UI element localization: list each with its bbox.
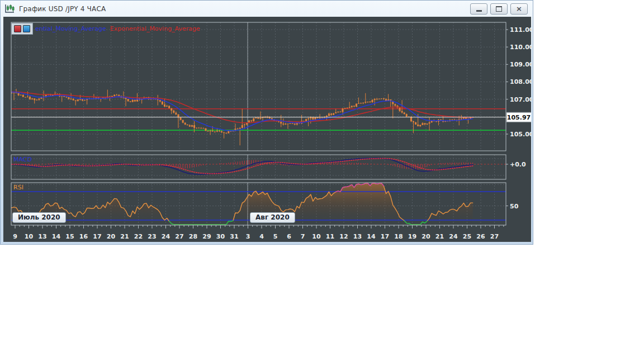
svg-text:22: 22 bbox=[134, 233, 143, 240]
svg-text:21: 21 bbox=[120, 233, 129, 240]
close-button[interactable]: × bbox=[510, 3, 528, 15]
svg-text:17: 17 bbox=[381, 233, 389, 240]
svg-text:110.00: 110.00 bbox=[510, 44, 531, 51]
svg-text:24: 24 bbox=[449, 233, 458, 240]
svg-text:107.00: 107.00 bbox=[510, 96, 531, 103]
svg-text:12: 12 bbox=[339, 233, 348, 240]
svg-text:105.00: 105.00 bbox=[510, 131, 531, 138]
legend-blue-swatch[interactable] bbox=[23, 25, 30, 32]
legend-red-swatch[interactable] bbox=[14, 25, 21, 32]
svg-text:109.00: 109.00 bbox=[510, 61, 531, 68]
svg-text:29: 29 bbox=[202, 233, 211, 240]
svg-text:6: 6 bbox=[287, 233, 291, 240]
svg-text:26: 26 bbox=[476, 233, 485, 240]
svg-text:11: 11 bbox=[326, 233, 334, 240]
svg-text:23: 23 bbox=[148, 233, 156, 240]
svg-text:25: 25 bbox=[463, 233, 471, 240]
panel-titles: MACDRSI bbox=[13, 156, 32, 191]
svg-text:RSI: RSI bbox=[13, 184, 23, 191]
price-tag: 105.97 bbox=[506, 112, 531, 122]
svg-text:24: 24 bbox=[162, 233, 171, 240]
svg-text:17: 17 bbox=[93, 233, 101, 240]
svg-text:13: 13 bbox=[353, 233, 362, 240]
svg-text:7: 7 bbox=[301, 233, 305, 240]
svg-text:19: 19 bbox=[408, 233, 416, 240]
svg-text:16: 16 bbox=[79, 233, 88, 240]
svg-text:9: 9 bbox=[13, 233, 17, 240]
svg-text:50: 50 bbox=[510, 203, 519, 210]
level-lines bbox=[11, 109, 506, 130]
candlestick-chart-icon bbox=[4, 4, 16, 14]
indicator-legend: ential_Moving_Average Exponential_Moving… bbox=[11, 23, 200, 35]
svg-text:108.00: 108.00 bbox=[510, 78, 531, 85]
month-tag-august: Авг 2020 bbox=[250, 212, 295, 223]
close-icon: × bbox=[516, 5, 522, 12]
window-titlebar[interactable]: График USD /JPY 4 ЧАСА × bbox=[1, 1, 531, 16]
window-title: График USD /JPY 4 ЧАСА bbox=[19, 5, 106, 13]
svg-text:3: 3 bbox=[246, 233, 250, 240]
svg-text:14: 14 bbox=[52, 233, 61, 240]
legend-ema-red-label: Exponential_Moving_Average bbox=[110, 25, 200, 32]
svg-text:5: 5 bbox=[273, 233, 278, 240]
month-tag-july: Июль 2020 bbox=[12, 212, 66, 223]
chart-client-area[interactable]: 9101314151617202122232427282930313456710… bbox=[3, 17, 531, 242]
chart-window: График USD /JPY 4 ЧАСА × 910131415161720… bbox=[0, 0, 533, 245]
window-controls: × bbox=[470, 3, 529, 15]
svg-text:10: 10 bbox=[25, 233, 34, 240]
minimize-button[interactable] bbox=[470, 3, 487, 15]
svg-text:28: 28 bbox=[189, 233, 197, 240]
svg-text:31: 31 bbox=[230, 233, 238, 240]
svg-text:14: 14 bbox=[367, 233, 376, 240]
desktop-background: График USD /JPY 4 ЧАСА × 910131415161720… bbox=[0, 0, 644, 362]
moving-average-lines bbox=[10, 92, 473, 131]
svg-text:15: 15 bbox=[65, 233, 74, 240]
legend-ema-blue-label: ential_Moving_Average bbox=[35, 25, 106, 32]
svg-text:27: 27 bbox=[490, 233, 499, 240]
svg-text:18: 18 bbox=[394, 233, 402, 240]
restore-icon bbox=[496, 6, 502, 12]
svg-text:4: 4 bbox=[259, 233, 264, 240]
svg-text:MACD: MACD bbox=[13, 156, 32, 163]
svg-text:10: 10 bbox=[312, 233, 321, 240]
restore-button[interactable] bbox=[490, 3, 508, 15]
minimize-icon bbox=[476, 10, 482, 12]
svg-text:+0.0: +0.0 bbox=[510, 161, 526, 168]
chart-canvas[interactable]: 9101314151617202122232427282930313456710… bbox=[3, 17, 531, 242]
svg-text:20: 20 bbox=[422, 233, 430, 240]
x-axis[interactable]: 9101314151617202122232427282930313456710… bbox=[13, 225, 504, 240]
svg-text:20: 20 bbox=[107, 233, 116, 240]
macd-panel bbox=[10, 158, 506, 174]
indicator-buttons bbox=[11, 23, 33, 35]
svg-text:27: 27 bbox=[175, 233, 183, 240]
svg-text:21: 21 bbox=[435, 233, 444, 240]
svg-text:111.00: 111.00 bbox=[510, 26, 531, 34]
svg-text:13: 13 bbox=[38, 233, 46, 240]
svg-text:30: 30 bbox=[216, 233, 225, 240]
svg-text:105.97: 105.97 bbox=[507, 114, 531, 121]
